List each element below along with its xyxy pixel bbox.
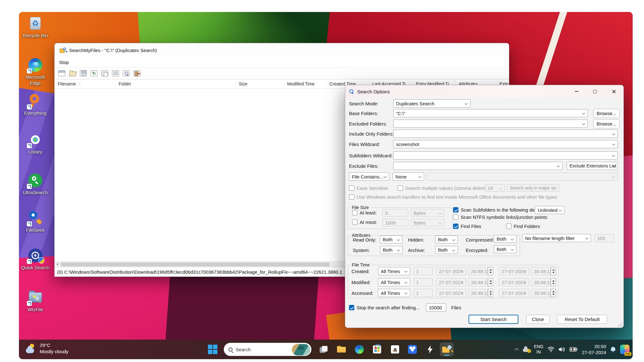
file-contains-select[interactable]: File Contains... bbox=[349, 172, 389, 181]
exit-toolbar-button[interactable] bbox=[133, 70, 141, 77]
at-least-value-input[interactable]: 0 bbox=[382, 209, 408, 217]
file-contains-mode-select[interactable]: None bbox=[393, 172, 424, 181]
modified-from-time-input[interactable]: 20:48:13 bbox=[468, 278, 488, 286]
resize-grip[interactable] bbox=[618, 322, 623, 327]
search-mode-select[interactable]: Duplicates Search bbox=[393, 99, 470, 108]
taskbar-search-box[interactable]: Search bbox=[224, 343, 311, 356]
excluded-folders-browse-button[interactable]: Browse... bbox=[593, 119, 620, 128]
wifi-icon[interactable] bbox=[547, 347, 554, 352]
desktop-icon-recycle-bin[interactable]: ♻ Recycle Bin bbox=[19, 16, 54, 39]
save-toolbar-button[interactable] bbox=[79, 70, 87, 77]
stop-after-checkbox[interactable] bbox=[349, 305, 354, 310]
modified-from-date-input[interactable]: 27-07-2024 bbox=[436, 278, 466, 286]
battery-icon[interactable] bbox=[570, 347, 578, 352]
microsoft-store-button[interactable] bbox=[370, 342, 384, 356]
task-view-button[interactable] bbox=[317, 342, 331, 356]
scroll-left-arrow-icon[interactable] bbox=[55, 262, 60, 267]
onedrive-tray-icon[interactable]: ! bbox=[523, 347, 530, 352]
at-most-checkbox[interactable] bbox=[352, 219, 357, 225]
accessed-from-time-spinner[interactable] bbox=[488, 289, 493, 297]
scan-subfolders-checkbox[interactable] bbox=[453, 207, 458, 213]
properties-toolbar-button[interactable] bbox=[58, 70, 66, 77]
encrypted-select[interactable]: Both bbox=[494, 245, 517, 253]
title-bar[interactable]: SearchMyFiles - "C:\" (Duplicates Search… bbox=[55, 43, 509, 57]
desktop-icon-ultrasearch[interactable]: UltraSearch bbox=[19, 173, 54, 196]
column-header-modified-time[interactable]: Modified Time bbox=[284, 79, 326, 88]
dialog-title-bar[interactable]: Search Options bbox=[345, 85, 623, 98]
column-header-size[interactable]: Size bbox=[236, 79, 284, 88]
modified-count-input[interactable]: 1 bbox=[413, 278, 433, 286]
at-least-checkbox[interactable] bbox=[352, 210, 357, 215]
language-indicator[interactable]: ENG IN bbox=[534, 344, 543, 355]
archive-select[interactable]: Both bbox=[435, 246, 458, 254]
taskbar-clock[interactable]: 20:50 27-07-2024 bbox=[582, 343, 606, 356]
case-sensitive-checkbox[interactable] bbox=[349, 185, 354, 191]
files-wildcard-input[interactable]: screenshot bbox=[393, 140, 618, 148]
exclude-files-input[interactable] bbox=[393, 162, 563, 170]
hidden-select[interactable]: Both bbox=[435, 236, 458, 243]
edge-taskbar-button[interactable] bbox=[352, 342, 366, 356]
close-dialog-button[interactable]: Close bbox=[526, 315, 550, 324]
accessed-from-date-input[interactable]: 27-07-2024 bbox=[436, 289, 466, 297]
base-folders-input[interactable]: "C:\" bbox=[393, 109, 588, 117]
at-least-unit-select[interactable]: Bytes bbox=[411, 209, 444, 217]
accessed-to-date-input[interactable]: 27-07-2024 bbox=[499, 289, 529, 297]
search-highlight-image[interactable] bbox=[292, 344, 310, 355]
accessed-to-time-input[interactable]: 20:48:13 bbox=[531, 289, 551, 297]
major-streams-select[interactable]: Search only in major str bbox=[507, 184, 559, 192]
created-count-input[interactable]: 1 bbox=[413, 267, 433, 275]
edit-toolbar-button[interactable] bbox=[111, 70, 120, 77]
created-mode-select[interactable]: All Times bbox=[378, 267, 410, 275]
stop-after-value-input[interactable]: 10000 bbox=[426, 303, 446, 312]
filename-length-filter-select[interactable]: No filename length filter bbox=[522, 234, 591, 242]
created-to-time-spinner[interactable] bbox=[551, 267, 556, 275]
desktop-icon-fileseek[interactable]: FileSeek bbox=[19, 210, 54, 233]
accessed-mode-select[interactable]: All Times bbox=[378, 289, 410, 297]
created-to-date-input[interactable]: 27-07-2024 bbox=[499, 267, 529, 275]
created-from-date-input[interactable]: 27-07-2024 bbox=[436, 267, 466, 275]
at-most-unit-select[interactable]: Bytes bbox=[411, 219, 444, 226]
modified-to-time-spinner[interactable] bbox=[551, 278, 556, 286]
file-contains-value-input[interactable] bbox=[427, 172, 618, 181]
column-header-folder[interactable]: Folder bbox=[115, 79, 236, 88]
desktop-icon-listary[interactable]: Listary bbox=[19, 132, 54, 155]
taskbar-weather-widget[interactable]: 29°C Mostly cloudy bbox=[26, 342, 68, 354]
or-and-select[interactable]: Or bbox=[485, 184, 505, 192]
accessed-to-time-spinner[interactable] bbox=[551, 289, 556, 297]
column-header-filename[interactable]: Filename bbox=[55, 79, 115, 88]
notifications-bell-icon[interactable] bbox=[610, 347, 616, 352]
modified-from-time-spinner[interactable] bbox=[488, 278, 493, 286]
compressed-select[interactable]: Both bbox=[494, 235, 517, 243]
include-only-folders-input[interactable] bbox=[393, 130, 618, 138]
open-folder-toolbar-button[interactable] bbox=[68, 70, 77, 77]
accessed-count-input[interactable]: 1 bbox=[413, 289, 433, 297]
created-to-time-input[interactable]: 20:48:13 bbox=[531, 267, 551, 275]
desktop-icon-everything[interactable]: Everything bbox=[19, 93, 54, 116]
refresh-toolbar-button[interactable] bbox=[90, 70, 98, 77]
read-only-select[interactable]: Both bbox=[380, 236, 403, 243]
modified-to-date-input[interactable]: 27-07-2024 bbox=[499, 278, 529, 286]
windows-search-handlers-checkbox[interactable] bbox=[349, 194, 354, 200]
find-files-checkbox[interactable] bbox=[453, 224, 458, 229]
dialog-minimize-button[interactable] bbox=[567, 85, 586, 98]
copy-toolbar-button[interactable] bbox=[101, 70, 109, 77]
system-select[interactable]: Both bbox=[380, 246, 403, 254]
filename-length-value-input[interactable]: 100 bbox=[594, 234, 614, 242]
volume-icon[interactable] bbox=[558, 347, 565, 352]
base-folders-browse-button[interactable]: Browse... bbox=[593, 109, 620, 118]
start-button[interactable] bbox=[208, 345, 217, 354]
dialog-maximize-button[interactable] bbox=[586, 85, 604, 98]
scan-ntfs-links-checkbox[interactable] bbox=[453, 214, 458, 220]
desktop-icon-wizfile[interactable]: WizFile bbox=[19, 290, 54, 313]
subfolders-wildcard-input[interactable] bbox=[393, 151, 618, 160]
exclude-extensions-list-select[interactable]: Exclude Extensions List bbox=[567, 162, 618, 170]
find-toolbar-button[interactable] bbox=[122, 70, 130, 77]
lightning-app-button[interactable] bbox=[423, 342, 437, 356]
copilot-icon[interactable]: PRE bbox=[620, 345, 629, 354]
scrollbar-thumb[interactable] bbox=[61, 262, 329, 266]
reset-to-default-button[interactable]: Reset To Default bbox=[557, 315, 607, 324]
modified-to-time-input[interactable]: 20:48:13 bbox=[531, 278, 551, 286]
subfolder-depth-select[interactable]: Unlimited bbox=[535, 206, 564, 214]
modified-mode-select[interactable]: All Times bbox=[378, 278, 410, 286]
created-from-time-spinner[interactable] bbox=[488, 267, 493, 275]
